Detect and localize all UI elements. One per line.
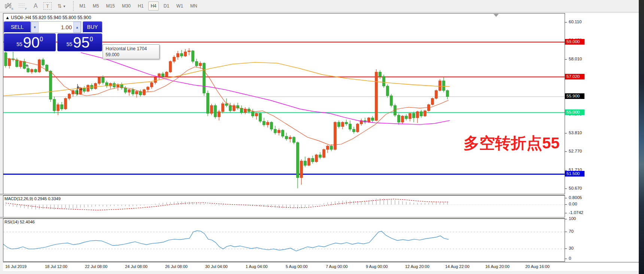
axis-tick — [565, 219, 567, 219]
axis-tick — [565, 198, 567, 198]
price-tick-60.110: 60.110 — [569, 19, 581, 24]
buy-price-small: 55 — [67, 41, 73, 47]
window-bottom-edge — [0, 271, 639, 274]
axis-tick — [565, 204, 567, 205]
time-label: 5 Aug 00:00 — [286, 264, 308, 269]
buy-price-button[interactable]: 55 95 0 — [57, 33, 102, 51]
desktop-background — [639, 0, 644, 274]
volume-input[interactable] — [39, 22, 73, 33]
tooltip-line2: 59.000 — [106, 52, 157, 58]
time-label: 24 Jul 08:00 — [125, 264, 148, 269]
time-label: 22 Jul 08:00 — [85, 264, 107, 269]
trade-panel-header: SELL ▼ ▲ BUY — [4, 21, 102, 33]
axis-tick — [565, 249, 567, 249]
timeframe-m30[interactable]: M30 — [120, 1, 133, 10]
axis-tick — [565, 170, 567, 171]
price-axis[interactable]: 60.11059.07058.01054.87053.81052.77051.7… — [565, 13, 639, 271]
chart-shift-marker-icon[interactable] — [493, 14, 499, 17]
macd-axis-0.00: 0.00 — [569, 202, 577, 206]
timeframe-m5[interactable]: M5 — [91, 1, 101, 10]
grid-icon-sub: F — [25, 7, 27, 10]
macd-label: MACD(12,26,9) 0.2945 0.3349 — [4, 196, 61, 201]
sell-price-button[interactable]: 55 90 0 — [4, 33, 56, 51]
timeframe-group: M1M5M15M30H1H4D1W1MN — [77, 1, 202, 10]
macd-plot[interactable] — [3, 195, 565, 217]
sell-price-big: 90 — [23, 35, 40, 50]
symbol-ohlc-label: ▲ USOil-,H4 55.820 55.940 55.800 55.900 — [5, 15, 91, 20]
objects-glyph: ⇅ — [58, 3, 62, 9]
time-label: 18 Jul 12:00 — [45, 264, 67, 269]
object-tooltip: Horizontal Line 1704 59.000 — [103, 44, 160, 59]
rsi-line — [3, 231, 449, 251]
axis-tick — [565, 189, 567, 189]
chinese-annotation: 多空转折点55 — [464, 133, 560, 154]
time-label: 26 Jul 08:00 — [165, 264, 188, 269]
toolbar: E F A T ⇅ ▾ M1M5M15M30H1H4D1W1MN — [0, 0, 639, 12]
rsi-axis-0: 0 — [569, 256, 571, 261]
time-axis[interactable]: 16 Jul 201918 Jul 12:0022 Jul 08:0024 Ju… — [3, 262, 639, 271]
experts-icon-sub: E — [12, 7, 13, 10]
sell-price-small: 55 — [16, 41, 22, 47]
buy-price-big: 95 — [73, 35, 90, 50]
price-badge-59.000: 59.000 — [565, 39, 584, 45]
time-label: 12 Aug 20:00 — [405, 264, 429, 269]
symbol-text: USOil-,H4 55.820 55.940 55.800 55.900 — [11, 15, 91, 20]
volume-decrease-button[interactable]: ▼ — [31, 22, 39, 33]
sell-price-sup: 0 — [40, 36, 43, 43]
toolbar-separator — [72, 1, 75, 11]
objects-cycle-icon[interactable]: ⇅ ▾ — [54, 1, 69, 11]
time-label: 16 Jul 2019 — [5, 264, 27, 269]
price-badge-51.500: 51.500 — [565, 171, 584, 177]
time-label: 1 Aug 04:00 — [246, 264, 268, 269]
timeframe-w1[interactable]: W1 — [174, 1, 185, 10]
price-badge-55.000: 55.000 — [565, 109, 584, 115]
axis-tick — [565, 151, 567, 152]
time-label: 20 Aug 16:00 — [525, 264, 550, 269]
time-label: 7 Aug 00:00 — [326, 264, 348, 269]
grid-icon[interactable]: F — [16, 1, 28, 11]
one-click-trading-panel: SELL ▼ ▲ BUY 55 90 0 55 95 0 — [4, 21, 102, 51]
price-badge-57.020: 57.020 — [565, 74, 584, 79]
rsi-axis-30: 30 — [569, 246, 574, 250]
axis-tick — [565, 232, 567, 232]
timeframe-d1[interactable]: D1 — [161, 1, 171, 10]
timeframe-h1[interactable]: H1 — [136, 1, 146, 10]
tooltip-line1: Horizontal Line 1704 — [106, 46, 157, 52]
mt4-terminal: E F A T ⇅ ▾ M1M5M15M30H1H4D1W1MN 60.1105… — [0, 0, 644, 274]
time-label: 14 Aug 22:00 — [445, 264, 470, 269]
price-tick-58.010: 58.010 — [569, 57, 582, 61]
axis-tick — [565, 259, 567, 259]
price-tick-52.770: 52.770 — [569, 149, 582, 153]
volume-control: ▼ ▲ — [31, 21, 81, 33]
textbox-icon[interactable]: T — [43, 2, 52, 10]
time-label: 16 Aug 20:00 — [485, 264, 510, 269]
ma-fast-line — [6, 58, 449, 145]
axis-tick — [565, 133, 567, 133]
experts-icon[interactable]: E — [3, 1, 14, 11]
axis-tick — [565, 22, 567, 22]
collapse-triangle-icon[interactable]: ▲ — [5, 15, 10, 20]
timeframe-m1[interactable]: M1 — [77, 1, 88, 10]
timeframe-mn[interactable]: MN — [188, 1, 200, 10]
time-label: 9 Aug 00:00 — [366, 264, 388, 269]
axis-tick — [565, 213, 567, 213]
time-label: 30 Jul 04:00 — [205, 264, 228, 269]
rsi-axis-70: 70 — [569, 229, 574, 234]
buy-button[interactable]: BUY — [83, 21, 102, 33]
chevron-down-icon[interactable]: ▾ — [63, 4, 65, 8]
sell-button[interactable]: SELL — [4, 21, 31, 33]
buy-price-sup: 0 — [90, 36, 93, 43]
timeframe-m15[interactable]: M15 — [104, 1, 117, 10]
text-label-icon[interactable]: A — [30, 1, 41, 11]
price-tick-53.810: 53.810 — [569, 130, 582, 135]
macd-histogram — [6, 198, 447, 210]
price-tick-50.670: 50.670 — [569, 186, 582, 190]
volume-increase-button[interactable]: ▲ — [73, 22, 81, 33]
rsi-plot[interactable] — [3, 219, 565, 262]
price-badge-55.900: 55.900 — [565, 93, 584, 99]
timeframe-h4[interactable]: H4 — [148, 1, 158, 10]
macd-axis--1.0742: -1.0742 — [569, 210, 583, 215]
axis-tick — [565, 59, 567, 60]
rsi-axis-100: 100 — [569, 216, 576, 221]
macd-axis-0.8005: 0.8005 — [569, 195, 582, 200]
